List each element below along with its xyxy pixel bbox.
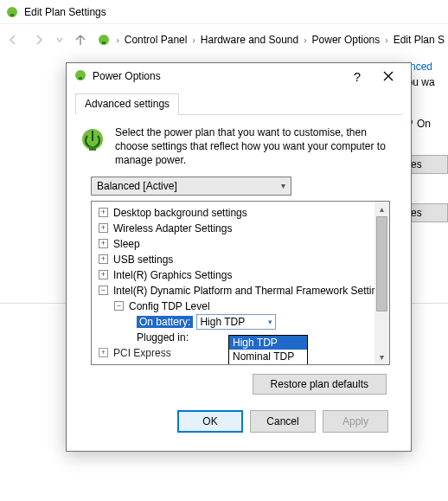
tree-node-label: Intel(R) Graphics Settings bbox=[113, 269, 232, 281]
expand-icon[interactable]: + bbox=[99, 348, 108, 357]
intro-text: Select the power plan that you want to c… bbox=[115, 125, 399, 168]
on-battery-value-combo[interactable]: High TDP ▾ bbox=[196, 314, 276, 330]
nav-row: › Control Panel › Hardware and Sound › P… bbox=[0, 24, 448, 55]
scroll-thumb[interactable] bbox=[376, 216, 387, 312]
dialog-titlebar: Power Options ? bbox=[67, 63, 411, 89]
tree-scrollbar[interactable]: ▴ ▾ bbox=[374, 202, 389, 364]
help-button[interactable]: ? bbox=[342, 65, 373, 87]
breadcrumb-item[interactable]: Hardware and Sound bbox=[201, 34, 298, 46]
chevron-right-icon: › bbox=[304, 35, 306, 45]
nav-forward-button[interactable] bbox=[29, 29, 48, 50]
nav-recent-dropdown[interactable] bbox=[55, 29, 65, 50]
tree-node[interactable]: + Wireless Adapter Settings bbox=[92, 221, 389, 236]
svg-rect-9 bbox=[89, 146, 96, 151]
expand-icon[interactable]: + bbox=[99, 223, 108, 233]
tree-node-label: Config TDP Level bbox=[129, 300, 210, 312]
battery-plan-icon bbox=[74, 68, 87, 85]
battery-plan-icon bbox=[5, 5, 19, 19]
svg-rect-7 bbox=[79, 77, 82, 80]
tree-node-label: Sleep bbox=[113, 238, 140, 250]
scroll-up-icon[interactable]: ▴ bbox=[374, 202, 389, 216]
dropdown-option[interactable]: Low TDP bbox=[229, 363, 307, 365]
scroll-down-icon[interactable]: ▾ bbox=[374, 350, 389, 364]
breadcrumb-item[interactable]: Control Panel bbox=[125, 34, 188, 46]
apply-button[interactable]: Apply bbox=[323, 410, 388, 433]
tree-node-label: PCI Express bbox=[113, 347, 171, 359]
svg-rect-1 bbox=[10, 14, 14, 16]
svg-rect-3 bbox=[102, 42, 106, 44]
tree-node[interactable]: + USB settings bbox=[92, 252, 389, 267]
ok-button[interactable]: OK bbox=[177, 410, 243, 433]
nav-up-button[interactable] bbox=[72, 29, 91, 50]
settings-tree: + Desktop background settings + Wireless… bbox=[91, 201, 390, 365]
chevron-down-icon: ▾ bbox=[268, 318, 272, 326]
power-options-dialog: Power Options ? Advanced settings Select… bbox=[66, 62, 412, 452]
expand-icon[interactable]: + bbox=[99, 208, 108, 217]
breadcrumb[interactable]: › Control Panel › Hardware and Sound › P… bbox=[97, 28, 445, 52]
breadcrumb-icon bbox=[97, 33, 111, 47]
restore-defaults-button[interactable]: Restore plan defaults bbox=[253, 374, 387, 395]
breadcrumb-item[interactable]: Power Options bbox=[312, 34, 381, 46]
tdp-dropdown[interactable]: High TDP Nominal TDP Low TDP bbox=[228, 335, 308, 365]
chevron-right-icon: › bbox=[385, 35, 387, 45]
collapse-icon[interactable]: − bbox=[99, 286, 108, 295]
tab-advanced-settings[interactable]: Advanced settings bbox=[75, 93, 179, 115]
tree-node-label: Desktop background settings bbox=[113, 207, 247, 219]
on-battery-value: High TDP bbox=[200, 316, 245, 328]
breadcrumb-item[interactable]: Edit Plan S bbox=[394, 34, 445, 46]
dropdown-option[interactable]: High TDP bbox=[229, 336, 307, 350]
tree-node-label: Intel(R) Dynamic Platform and Thermal Fr… bbox=[113, 285, 383, 297]
on-battery-label: On battery: bbox=[137, 316, 193, 328]
expand-icon[interactable]: + bbox=[99, 239, 108, 248]
chevron-right-icon: › bbox=[116, 35, 118, 45]
expand-icon[interactable]: + bbox=[99, 270, 108, 279]
dropdown-option[interactable]: Nominal TDP bbox=[229, 350, 307, 363]
tab-strip: Advanced settings bbox=[75, 93, 402, 115]
background-icon-label: On bbox=[417, 118, 431, 130]
parent-window-title: Edit Plan Settings bbox=[24, 6, 106, 18]
nav-back-button[interactable] bbox=[3, 29, 22, 50]
tree-node-child[interactable]: − Config TDP Level bbox=[92, 299, 389, 314]
tree-node[interactable]: + Intel(R) Graphics Settings bbox=[92, 267, 389, 283]
tree-node[interactable]: + Sleep bbox=[92, 236, 389, 252]
power-plan-select[interactable]: Balanced [Active] ▾ bbox=[91, 177, 291, 196]
close-button[interactable] bbox=[373, 65, 404, 87]
cancel-button[interactable]: Cancel bbox=[250, 410, 316, 433]
tree-node-label: USB settings bbox=[113, 254, 173, 266]
setting-on-battery-row[interactable]: On battery: High TDP ▾ bbox=[92, 314, 389, 330]
collapse-icon[interactable]: − bbox=[114, 301, 124, 311]
chevron-down-icon: ▾ bbox=[281, 181, 285, 190]
chevron-right-icon: › bbox=[192, 35, 195, 45]
dialog-title: Power Options bbox=[93, 70, 342, 82]
power-plan-select-value: Balanced [Active] bbox=[97, 180, 177, 192]
tree-node-label: Wireless Adapter Settings bbox=[113, 222, 232, 234]
parent-window-titlebar: Edit Plan Settings bbox=[0, 0, 448, 24]
power-plan-icon bbox=[79, 125, 106, 153]
tree-node[interactable]: − Intel(R) Dynamic Platform and Thermal … bbox=[92, 283, 389, 299]
tree-node[interactable]: + Desktop background settings bbox=[92, 205, 389, 221]
expand-icon[interactable]: + bbox=[99, 254, 108, 264]
plugged-in-label: Plugged in: bbox=[137, 331, 189, 344]
